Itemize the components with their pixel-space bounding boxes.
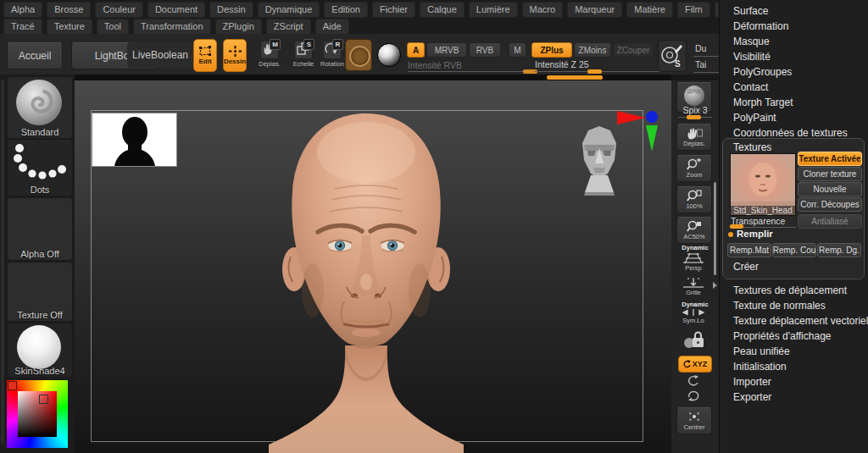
lock-camera-button[interactable] bbox=[682, 329, 709, 352]
zplus-button[interactable]: ZPlus bbox=[531, 42, 572, 58]
panel-item-polypaint[interactable]: PolyPaint bbox=[733, 112, 776, 124]
texture-activee-button[interactable]: Texture Activée bbox=[798, 152, 862, 166]
m-button[interactable]: M bbox=[509, 42, 526, 58]
panel-item-importer[interactable]: Importer bbox=[733, 376, 771, 388]
menu-transformation[interactable]: Transformation bbox=[133, 19, 211, 35]
menu-aide[interactable]: Aide bbox=[315, 19, 349, 35]
texture-thumbnail[interactable]: Std_Skin_Head bbox=[730, 153, 796, 216]
du-slider-label[interactable]: Du bbox=[695, 43, 706, 53]
menu-alpha[interactable]: Alpha bbox=[3, 2, 42, 18]
brush-selector[interactable]: Standard bbox=[7, 76, 73, 139]
tai-slider-label[interactable]: Tai bbox=[695, 59, 706, 69]
sculpt-head-model[interactable] bbox=[260, 108, 472, 453]
panel-item-texture-normales[interactable]: Texture de normales bbox=[733, 300, 826, 312]
panel-item-masque[interactable]: Masque bbox=[733, 36, 770, 47]
persp-button[interactable]: Persp bbox=[676, 251, 710, 273]
liveboolean-button[interactable]: LiveBoolean bbox=[127, 42, 193, 68]
creer-button[interactable]: Créer bbox=[733, 261, 759, 273]
menu-fichier[interactable]: Fichier bbox=[372, 2, 415, 18]
menu-zplugin[interactable]: ZPlugin bbox=[215, 19, 262, 35]
rotate-y-button[interactable] bbox=[687, 375, 704, 389]
menu-trace[interactable]: Tracé bbox=[3, 19, 42, 35]
menu-zscript[interactable]: ZScript bbox=[266, 19, 311, 35]
intensite-z-knob[interactable] bbox=[587, 69, 602, 74]
remp-dg-button[interactable]: Remp. Dg. bbox=[817, 243, 861, 257]
left-tray-scrollbar[interactable] bbox=[1, 80, 4, 444]
corr-decoupes-button[interactable]: Corr. Découpes bbox=[798, 197, 862, 212]
panel-item-morph-target[interactable]: Morph Target bbox=[733, 97, 793, 108]
menu-brosse[interactable]: Brosse bbox=[47, 2, 91, 18]
textures-panel-title[interactable]: Textures bbox=[733, 141, 771, 153]
stroke-selector[interactable]: Dots bbox=[7, 139, 73, 196]
menu-couleur[interactable]: Couleur bbox=[95, 2, 143, 18]
zcouper-button[interactable]: ZCouper bbox=[613, 42, 654, 58]
actual-size-button[interactable]: 100% bbox=[676, 186, 712, 213]
pan-button[interactable]: Déplas. bbox=[676, 124, 712, 151]
move-tool[interactable]: M Déplas. bbox=[259, 41, 281, 68]
accueil-button[interactable]: Accueil bbox=[7, 42, 63, 69]
panel-item-initialisation[interactable]: Initialisation bbox=[733, 361, 787, 373]
menu-lumiere[interactable]: Lumière bbox=[469, 2, 518, 18]
remp-mat-button[interactable]: Remp.Mat bbox=[727, 243, 771, 257]
panel-item-texture-vectoriel[interactable]: Texture déplacement vectoriel bbox=[733, 315, 868, 327]
rotate-tool[interactable]: R Rotation bbox=[321, 41, 343, 68]
menu-calque[interactable]: Calque bbox=[420, 2, 465, 18]
material-preview-button[interactable] bbox=[376, 39, 401, 69]
rvb-button[interactable]: RVB bbox=[469, 42, 501, 58]
menu-edition[interactable]: Edition bbox=[324, 2, 368, 18]
antialiase-button[interactable]: Antialiasé bbox=[798, 214, 862, 229]
panel-item-proprietes[interactable]: Propriétés d'affichage bbox=[733, 330, 831, 342]
nouvelle-button[interactable]: Nouvelle bbox=[798, 182, 862, 196]
menu-document[interactable]: Document bbox=[147, 2, 205, 18]
tray-divider-arrow[interactable] bbox=[713, 282, 717, 289]
zmoins-button[interactable]: ZMoins bbox=[574, 42, 611, 58]
panel-item-polygroupes[interactable]: PolyGroupes bbox=[733, 66, 792, 78]
stroke-settings-button[interactable]: S bbox=[658, 40, 687, 72]
half-size-button[interactable]: AC50% bbox=[676, 217, 712, 244]
menu-tool[interactable]: Tool bbox=[97, 19, 129, 35]
panel-item-deformation[interactable]: Déformation bbox=[733, 20, 788, 32]
symlo-button[interactable]: Sym.Lo bbox=[676, 307, 710, 326]
menu-macro[interactable]: Macro bbox=[522, 2, 564, 18]
menu-film[interactable]: Film bbox=[677, 2, 710, 18]
panel-item-contact[interactable]: Contact bbox=[733, 81, 768, 93]
color-picker-square[interactable] bbox=[18, 391, 57, 437]
panel-item-peau-unifiee[interactable]: Peau unifiée bbox=[733, 345, 790, 357]
centrer-button[interactable]: Centrer bbox=[676, 407, 712, 434]
menu-dynamique[interactable]: Dynamique bbox=[258, 2, 320, 18]
alpha-badge[interactable]: A bbox=[407, 42, 425, 58]
panel-item-exporter[interactable]: Exporter bbox=[733, 391, 771, 403]
menu-texture[interactable]: Texture bbox=[47, 19, 92, 35]
right-strip-scrollbar[interactable] bbox=[714, 182, 716, 275]
panel-item-coordonnees[interactable]: Coordonnées de textures bbox=[733, 127, 848, 139]
dock-divider-handle[interactable] bbox=[547, 75, 603, 80]
panel-item-visibilite[interactable]: Visibilité bbox=[733, 51, 771, 63]
cloner-texture-button[interactable]: Cloner texture bbox=[798, 167, 862, 181]
viewport-canvas[interactable] bbox=[75, 80, 671, 453]
menu-marqueur[interactable]: Marqueur bbox=[567, 2, 622, 18]
dessin-button[interactable]: Dessin bbox=[223, 39, 247, 72]
panel-item-surface[interactable]: Surface bbox=[733, 5, 768, 17]
mrvb-button[interactable]: MRVB bbox=[426, 42, 467, 58]
alpha-selector[interactable]: Alpha Off bbox=[7, 197, 73, 261]
texture-selector[interactable]: Texture Off bbox=[7, 262, 73, 322]
zoom-button[interactable]: Zoom bbox=[676, 155, 712, 182]
magnifier-icon bbox=[687, 158, 702, 171]
menu-matiere[interactable]: Matière bbox=[626, 2, 673, 18]
remplir-section-label[interactable]: Remplir bbox=[737, 229, 773, 239]
color-picker[interactable] bbox=[7, 380, 68, 448]
xyz-rotation-button[interactable]: XYZ bbox=[678, 356, 712, 373]
spix-knob[interactable] bbox=[687, 115, 701, 119]
panel-item-textures-deplacement[interactable]: Textures de déplacement bbox=[733, 285, 847, 296]
brush-preview-button[interactable] bbox=[345, 39, 372, 71]
axis-gizmo[interactable] bbox=[598, 109, 658, 158]
material-selector[interactable]: SkinShade4 bbox=[7, 323, 73, 378]
remp-cou-button[interactable]: Remp. Cou bbox=[772, 243, 816, 257]
grille-button[interactable]: Grille bbox=[676, 276, 710, 298]
menu-dessin[interactable]: Dessin bbox=[209, 2, 253, 18]
rotate-z-button[interactable] bbox=[687, 389, 704, 403]
color-picker-cursor[interactable] bbox=[39, 395, 48, 404]
edit-button[interactable]: Edit bbox=[193, 39, 217, 72]
scale-tool[interactable]: S Echelle bbox=[292, 41, 314, 68]
intensite-rvb-slider[interactable] bbox=[408, 71, 531, 72]
